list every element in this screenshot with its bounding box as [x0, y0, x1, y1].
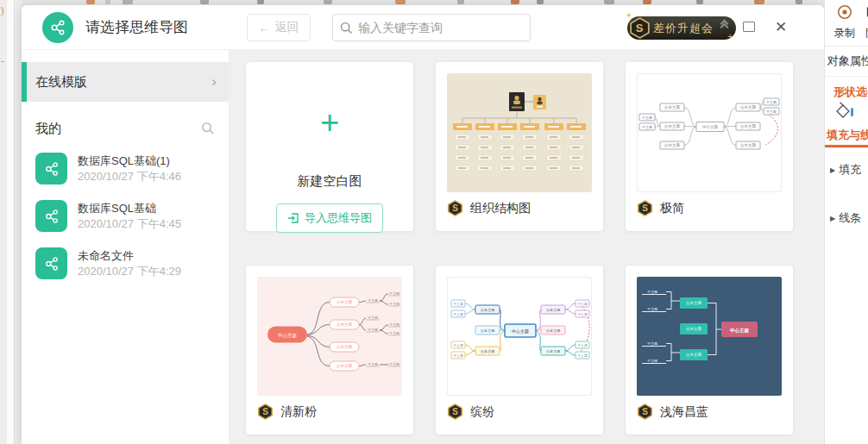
svg-text:子主题: 子主题: [453, 353, 463, 358]
file-item[interactable]: 数据库SQL基础 2020/10/27 下午4:45: [22, 192, 229, 240]
attachment-button[interactable]: 附: [853, 3, 868, 41]
svg-text:分支主题: 分支主题: [337, 345, 353, 349]
file-item[interactable]: 未命名文件 2020/10/27 下午4:29: [22, 240, 229, 287]
svg-text:子主题: 子主题: [577, 343, 588, 347]
svg-text:子主题: 子主题: [389, 302, 400, 306]
app-logo-icon: [42, 12, 73, 43]
premium-s-badge-icon: S: [637, 200, 653, 216]
svg-text:中心主题: 中心主题: [278, 333, 298, 339]
premium-s-badge-icon: S: [257, 403, 274, 420]
file-name: 未命名文件: [78, 248, 181, 264]
svg-text:子主题: 子主题: [453, 302, 463, 306]
new-blank-label: 新建空白图: [298, 173, 362, 190]
active-accent-bar: [22, 62, 27, 102]
paperclip-icon: [862, 3, 868, 21]
plus-icon: +: [320, 106, 339, 139]
template-card-fresh-pink[interactable]: 中心主题 分支主题 分支主题 分支主题 分支主题 子主题 子主题 子主题: [246, 266, 413, 435]
template-card-colorful[interactable]: 中心主题 分支主题 分支主题 分支主题 分支主题 分支主题 分支主题 子主题: [436, 266, 603, 435]
triangle-right-icon: ▶: [830, 215, 835, 222]
panel-item-fill[interactable]: ▶填充: [830, 162, 861, 178]
premium-s-icon: S: [629, 17, 651, 39]
file-name: 数据库SQL基础: [78, 201, 181, 216]
template-picker-dialog: 请选择思维导图 ← 返回 S ✦ 差价升超会 + ✕ 在线模版 ›: [22, 5, 824, 444]
svg-text:子主题: 子主题: [368, 328, 379, 332]
chevron-right-icon: ›: [211, 73, 217, 91]
template-grid-area: + 新建空白图 导入思维导图: [229, 50, 824, 444]
paint-bucket-icon: [832, 102, 856, 122]
template-name: 浅海昌蓝: [660, 404, 708, 420]
sidebar-item-online-templates[interactable]: 在线模版 ›: [22, 62, 229, 102]
svg-text:分支主题: 分支主题: [337, 322, 353, 327]
divider: [825, 147, 868, 148]
background-left-strip: ) -: [0, 0, 22, 444]
background-band: [7, 0, 15, 444]
svg-text:子主题: 子主题: [647, 359, 658, 363]
sidebar-section-mine: 我的: [22, 112, 229, 145]
double-chevron-up-icon: [719, 21, 729, 28]
template-card-minimal[interactable]: 中心主题 分支主题 分支主题 分支主题 分支主题 分支主题 分支主题 子主题 子…: [626, 62, 793, 231]
search-box[interactable]: [332, 14, 531, 41]
file-name: 数据库SQL基础(1): [78, 153, 181, 169]
new-blank-card[interactable]: + 新建空白图 导入思维导图: [246, 62, 413, 231]
file-date: 2020/10/27 下午4:29: [78, 264, 181, 279]
panel-item-line[interactable]: ▶线条: [830, 210, 861, 226]
premium-s-badge-icon: S: [637, 403, 653, 420]
triangle-right-icon: ▶: [830, 166, 835, 174]
svg-text:子主题: 子主题: [577, 353, 588, 358]
background-glyph: -: [1, 55, 4, 66]
svg-text:中心主题: 中心主题: [730, 328, 750, 334]
sparkle-icon: ✦: [626, 11, 633, 20]
premium-badge[interactable]: S ✦ 差价升超会 +: [627, 16, 736, 40]
svg-text:分支主题: 分支主题: [686, 353, 702, 357]
mindmap-file-icon: [35, 153, 67, 184]
close-button[interactable]: ✕: [771, 17, 791, 38]
mindmap-file-icon: [35, 247, 67, 279]
divider: [825, 76, 868, 77]
search-icon: [340, 22, 353, 34]
divider: [825, 46, 868, 47]
file-date: 2020/10/27 下午4:46: [78, 169, 181, 184]
tab-fill-and-line[interactable]: 填充与线: [827, 128, 868, 143]
file-date: 2020/10/27 下午4:45: [78, 216, 181, 232]
svg-text:分支主题: 分支主题: [740, 143, 757, 147]
svg-text:分支主题: 分支主题: [686, 301, 702, 305]
svg-text:分支主题: 分支主题: [664, 143, 681, 147]
svg-text:子主题: 子主题: [368, 316, 379, 320]
template-name: 缤纷: [470, 404, 494, 420]
tab-shape-options[interactable]: 形状选: [833, 84, 867, 100]
svg-text:分支主题: 分支主题: [546, 308, 561, 312]
svg-text:分支主题: 分支主题: [664, 105, 681, 109]
svg-text:子主题: 子主题: [453, 312, 463, 316]
template-card-sea-blue[interactable]: 中心主题 分支主题 分支主题 分支主题 子主题 子主题 子主题 子主题: [626, 266, 793, 435]
svg-text:子主题: 子主题: [389, 362, 400, 366]
dialog-title: 请选择思维导图: [85, 5, 188, 50]
svg-text:中心主题: 中心主题: [702, 124, 719, 129]
premium-s-badge-icon: S: [447, 200, 463, 216]
svg-text:分支主题: 分支主题: [740, 105, 757, 109]
premium-plus-icon: +: [727, 32, 733, 41]
template-card-orgchart[interactable]: S 组织结构图: [436, 62, 603, 231]
svg-text:子主题: 子主题: [765, 109, 777, 114]
sea-blue-preview: 中心主题 分支主题 分支主题 分支主题 子主题 子主题 子主题 子主题: [637, 277, 782, 396]
file-item[interactable]: 数据库SQL基础(1) 2020/10/27 下午4:46: [22, 145, 229, 192]
svg-text:子主题: 子主题: [389, 322, 400, 327]
svg-text:子主题: 子主题: [647, 341, 658, 346]
svg-text:分支主题: 分支主题: [664, 124, 681, 128]
template-name: 极简: [660, 201, 684, 216]
mindmap-file-icon: [35, 200, 67, 232]
import-mindmap-button[interactable]: 导入思维导图: [276, 203, 383, 233]
svg-text:分支主题: 分支主题: [481, 328, 495, 333]
back-button[interactable]: ← 返回: [247, 14, 311, 41]
premium-label: 差价升超会: [653, 21, 714, 36]
import-icon: [287, 212, 299, 224]
right-properties-panel: 录制 附 对象属性 形状选 填充与线 ▶填充 ▶线条: [824, 0, 868, 444]
minimal-preview: 中心主题 分支主题 分支主题 分支主题 分支主题 分支主题 分支主题 子主题 子…: [638, 74, 781, 191]
search-files-icon[interactable]: [201, 122, 215, 135]
svg-text:子主题: 子主题: [577, 302, 588, 306]
search-input[interactable]: [358, 21, 523, 34]
svg-text:子主题: 子主题: [368, 362, 379, 366]
mine-label: 我的: [35, 121, 61, 137]
maximize-button[interactable]: [743, 22, 755, 32]
template-name: 组织结构图: [470, 201, 531, 216]
svg-text:子主题: 子主题: [641, 116, 652, 120]
